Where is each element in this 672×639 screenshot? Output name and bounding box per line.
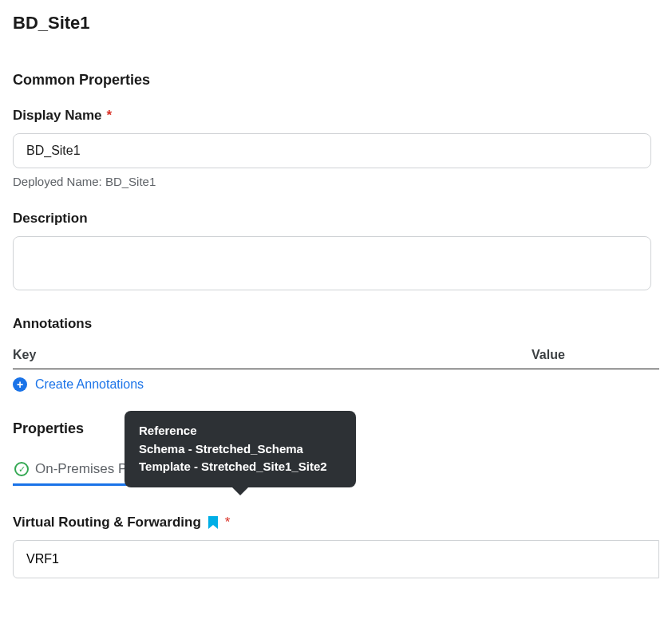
common-properties-heading: Common Properties	[13, 72, 659, 89]
annotations-label: Annotations	[13, 316, 92, 332]
plus-icon: +	[13, 377, 27, 392]
create-annotations-button[interactable]: + Create Annotations	[13, 377, 659, 392]
reference-tooltip: Reference Schema - Stretched_Schema Temp…	[125, 411, 356, 487]
display-name-input[interactable]	[13, 133, 651, 168]
display-name-label: Display Name	[13, 108, 102, 124]
deployed-name-helper: Deployed Name: BD_Site1	[13, 175, 659, 188]
required-asterisk-icon: *	[107, 108, 113, 124]
create-annotations-label: Create Annotations	[35, 377, 144, 392]
check-icon: ✓	[14, 462, 29, 476]
description-field: Description	[13, 211, 659, 294]
tooltip-line-3: Template - Stretched_Site1_Site2	[139, 458, 342, 476]
description-input[interactable]	[13, 236, 651, 290]
annotations-field: Annotations Key Value + Create Annotatio…	[13, 316, 659, 392]
vrf-input[interactable]	[13, 540, 659, 578]
bookmark-icon	[208, 516, 219, 529]
display-name-field: Display Name * Deployed Name: BD_Site1	[13, 108, 659, 188]
description-label: Description	[13, 211, 88, 227]
properties-section: Properties ✓ On-Premises Properties Refe…	[13, 420, 659, 578]
annotations-table-header: Key Value	[13, 341, 659, 369]
required-asterisk-icon: *	[225, 515, 231, 531]
tooltip-line-2: Schema - Stretched_Schema	[139, 440, 342, 459]
page-title: BD_Site1	[13, 13, 659, 34]
annotations-value-column: Value	[532, 348, 565, 362]
annotations-key-column: Key	[13, 348, 532, 362]
tooltip-line-1: Reference	[139, 422, 342, 440]
common-properties-section: Common Properties Display Name * Deploye…	[13, 72, 659, 392]
vrf-label: Virtual Routing & Forwarding	[13, 515, 201, 531]
